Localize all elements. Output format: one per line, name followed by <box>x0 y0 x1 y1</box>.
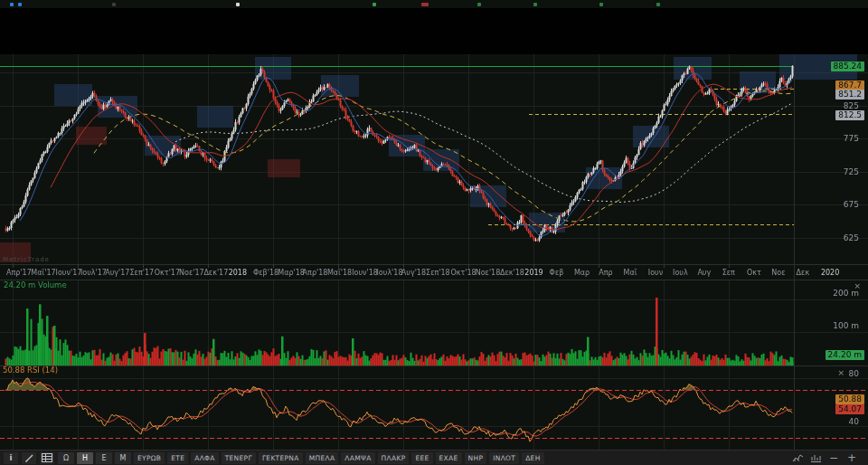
time-axis-label: Οκτ <box>747 269 761 277</box>
ticker-button-ΜΠΕΛΑ[interactable]: ΜΠΕΛΑ <box>306 452 339 464</box>
time-axis-label: Ιουλ'17 <box>80 269 107 277</box>
time-axis-label: Απρ'18 <box>303 269 328 277</box>
ticker-button-ΔΕΗ[interactable]: ΔΕΗ <box>522 452 543 464</box>
histogram-view-button[interactable] <box>808 452 823 464</box>
time-axis-label: Σεπ'17 <box>130 269 155 277</box>
price-axis-badge-812.5: 812.5 <box>835 110 864 120</box>
info-button[interactable]: i <box>4 452 18 464</box>
toolbar-right-group: − + <box>790 452 868 464</box>
time-axis-label: Δεκ'17 <box>203 269 228 277</box>
price-axis-badge-851.2: 851.2 <box>835 90 864 100</box>
time-axis-label: Απρ'17 <box>6 269 32 277</box>
histogram-icon <box>810 453 822 463</box>
time-axis-label: Απρ <box>599 269 612 277</box>
bottom-toolbar: i ΩΗΕΜ ΕΥΡΩΒΕΤΕΑΛΦΑΤΕΝΕΡΓΓΕΚΤΕΡΝΑΜΠΕΛΑΛΑ… <box>0 450 868 465</box>
time-axis-label: Φεβ <box>550 269 564 277</box>
info-label: i <box>9 453 12 462</box>
rsi-badge-50.88: 50.88 <box>835 394 864 404</box>
timeframe-button-Μ[interactable]: Μ <box>115 452 131 464</box>
ticker-button-ΤΕΝΕΡΓ[interactable]: ΤΕΝΕΡΓ <box>222 452 256 464</box>
ticker-button-ΙΝΛΟΤ[interactable]: ΙΝΛΟΤ <box>489 452 519 464</box>
pencil-icon <box>24 453 34 463</box>
time-axis-label: Σεπ <box>722 269 735 277</box>
time-axis-label: Μαϊ'17 <box>31 269 55 277</box>
ticker-button-ΕΕΕ[interactable]: ΕΕΕ <box>411 452 432 464</box>
line-chart-icon <box>792 453 804 463</box>
time-axis-label: 2020 <box>821 269 839 277</box>
ticker-button-ΛΑΜΨΑ[interactable]: ΛΑΜΨΑ <box>341 452 374 464</box>
time-axis-label: Οκτ'18 <box>450 269 476 277</box>
ticker-button-ΑΛΦΑ[interactable]: ΑΛΦΑ <box>191 452 219 464</box>
timeframe-button-Η[interactable]: Η <box>77 452 93 464</box>
volume-legend: 24.20 m Volume <box>4 280 67 289</box>
price-axis-badge-885.24: 885.24 <box>831 62 865 71</box>
time-axis-label: 2018 <box>229 269 247 277</box>
time-axis-label: Νοε'17 <box>179 269 204 277</box>
trading-app-window: MetricTrade 24.20 m Volume 50.88 RSI (14… <box>0 0 868 465</box>
time-axis-label: Ιουν <box>648 269 663 277</box>
timeframe-group: ΩΗΕΜ <box>58 452 134 464</box>
time-axis-label: 2019 <box>524 269 542 277</box>
time-axis-label: Ιουλ'18 <box>377 269 403 277</box>
watchlist-grid-button[interactable] <box>40 452 54 464</box>
time-axis-label: Νοε <box>771 269 785 277</box>
rsi-legend: 50.88 RSI (14) <box>3 365 58 375</box>
time-axis-label: Δεκ <box>797 269 810 277</box>
time-axis-label: Μαϊ <box>624 269 637 277</box>
chart-canvas[interactable] <box>0 0 868 465</box>
zoom-out-button[interactable]: − <box>826 452 841 464</box>
ticker-button-ΠΛΑΚΡ[interactable]: ΠΛΑΚΡ <box>378 452 410 464</box>
ticker-button-ΕΥΡΩΒ[interactable]: ΕΥΡΩΒ <box>134 452 165 464</box>
time-axis-label: Μαϊ'18 <box>327 269 352 277</box>
time-axis-label: Νοε'18 <box>476 269 501 277</box>
watermark: MetricTrade <box>3 256 50 263</box>
time-axis-label: Αυγ'17 <box>105 269 129 277</box>
ticker-watchlist: ΕΥΡΩΒΕΤΕΑΛΦΑΤΕΝΕΡΓΓΕΚΤΕΡΝΑΜΠΕΛΑΛΑΜΨΑΠΛΑΚ… <box>134 452 547 464</box>
time-axis-label: Σεπ'18 <box>426 269 450 277</box>
time-axis-label: Οκτ'17 <box>155 269 180 277</box>
time-axis-label: Αυγ'18 <box>401 269 426 277</box>
ticker-button-ΝΗΡ[interactable]: ΝΗΡ <box>465 452 487 464</box>
time-axis-label: Ιουν'17 <box>56 269 82 277</box>
time-axis-label: Μαρ'18 <box>278 269 305 277</box>
time-axis-label: Ιουλ <box>673 269 688 277</box>
volume-badge: 24.20 m <box>826 350 864 360</box>
ticker-button-ΕΤΕ[interactable]: ΕΤΕ <box>167 452 188 464</box>
time-axis-label: Δεκ'18 <box>500 269 524 277</box>
timeframe-button-Ε[interactable]: Ε <box>96 452 112 464</box>
time-axis-label: Φεβ'18 <box>253 269 278 277</box>
volume-pane-close-icon[interactable]: × <box>854 282 861 289</box>
ticker-button-ΓΕΚΤΕΡΝΑ[interactable]: ΓΕΚΤΕΡΝΑ <box>259 452 303 464</box>
timeframe-button-Ω[interactable]: Ω <box>58 452 74 464</box>
draw-tool-button[interactable] <box>22 452 36 464</box>
rsi-badge-54.07: 54.07 <box>835 404 864 414</box>
ticker-button-ΕΧΑΕ[interactable]: ΕΧΑΕ <box>436 452 462 464</box>
time-axis-label: Ιουν'18 <box>352 269 378 277</box>
line-chart-view-button[interactable] <box>790 452 805 464</box>
grid-icon <box>42 453 52 462</box>
time-axis-label: Μαρ <box>574 269 590 277</box>
zoom-in-button[interactable]: + <box>844 452 859 464</box>
time-axis-label: Αυγ <box>697 269 711 277</box>
rsi-pane-close-icon[interactable]: × <box>837 369 844 376</box>
